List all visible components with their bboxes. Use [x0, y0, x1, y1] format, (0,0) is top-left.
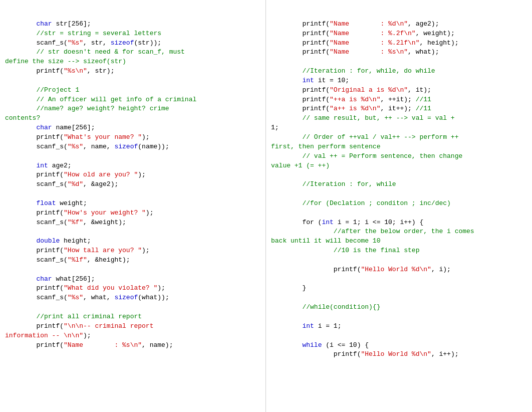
- r-kw-int2: int: [322, 219, 333, 226]
- str-10: "%lf": [68, 256, 87, 264]
- keyword-sizeof2: sizeof: [114, 143, 138, 150]
- str-8: "%f": [68, 219, 83, 226]
- r-str-6: "++a is %d\n": [330, 96, 380, 103]
- r-comment-5: // Order of ++val / val++ --> perform ++: [302, 133, 458, 141]
- keyword-sizeof3: sizeof: [114, 294, 138, 301]
- str-14: "Name : %s\n": [64, 341, 142, 349]
- r-comment-10: //for (Declation ; conditon ; inc/dec): [302, 199, 450, 207]
- r-str-5: "Original a is %d\n": [330, 86, 408, 94]
- r-comment-12: back until it will become 10: [271, 237, 380, 245]
- r-str-8: "Hello World %d\n": [361, 266, 431, 273]
- str-9: "How tall are you? ": [64, 247, 142, 254]
- r-comment-7: // val ++ = Perform sentence, then chang…: [302, 152, 462, 160]
- comment-7: contents?: [5, 114, 40, 122]
- str-5: "How old are you? ": [64, 171, 138, 178]
- comment-8: //print all criminal report: [36, 313, 142, 320]
- left-code-panel: char str[256]; //str = string = several …: [0, 0, 266, 412]
- str-2: "%s\n": [64, 67, 87, 75]
- r-kw-while: while: [302, 341, 322, 349]
- str-6: "%d": [68, 180, 83, 188]
- keyword-char: char: [36, 20, 52, 28]
- comment-5: // An officer will get info of a crimina…: [36, 96, 196, 103]
- r-str-2: "Name : %.2f\n": [330, 30, 416, 37]
- str-4: "%s": [68, 143, 83, 150]
- keyword-sizeof: sizeof: [111, 39, 134, 47]
- str-1: "%s": [68, 39, 83, 47]
- str-7: "How's your weight? ": [64, 209, 146, 217]
- keyword-float: float: [36, 199, 56, 207]
- right-code-panel: printf("Name : %d\n", age2); printf("Nam…: [266, 0, 532, 412]
- r-str-1: "Name : %d\n": [330, 20, 408, 28]
- r-comment-6: first, then perform sentence: [271, 143, 380, 150]
- str-13b: information -- \n\n": [5, 332, 83, 339]
- right-code-content: printf("Name : %d\n", age2); printf("Nam…: [271, 20, 527, 359]
- keyword-char2: char: [36, 124, 52, 131]
- r-comment-2: //11: [416, 96, 431, 103]
- keyword-double: double: [36, 237, 60, 245]
- str-11: "What did you violate? ": [64, 284, 157, 292]
- r-comment-8: value +1 (= ++): [271, 162, 330, 169]
- r-str-7: "a++ is %d\n": [330, 105, 380, 112]
- comment-2: // str doesn't need & for scan_f, must: [36, 48, 184, 56]
- str-12: "%s": [68, 294, 83, 301]
- r-comment-11: //after the below order, the i comes: [334, 228, 474, 235]
- r-str-3: "Name : %.2lf\n": [330, 39, 419, 47]
- r-comment-9: //Iteration : for, while: [302, 180, 396, 188]
- r-comment-3: //11: [416, 105, 431, 112]
- comment-3: define the size --> sizeof(str): [5, 58, 126, 65]
- keyword-int: int: [36, 162, 48, 169]
- r-comment-13: //10 is the final step: [334, 247, 420, 254]
- left-code-content: char str[256]; //str = string = several …: [5, 20, 260, 350]
- str-13: "\n\n-- criminal report: [64, 322, 153, 330]
- r-comment-14: //while(condition){}: [302, 303, 380, 311]
- r-kw-int: int: [302, 77, 314, 84]
- r-str-4: "Name : %s\n": [330, 48, 408, 56]
- r-comment-1: //Iteration : for, while, do while: [302, 67, 435, 75]
- comment-1: //str = string = several letters: [36, 30, 161, 37]
- r-kw-int3: int: [302, 322, 314, 330]
- keyword-char3: char: [36, 275, 52, 283]
- comment-4: //Project 1: [36, 86, 79, 94]
- r-comment-4: // same result, but, ++ --> val = val +: [302, 114, 454, 122]
- comment-6: //name? age? weight? height? crime: [36, 105, 169, 112]
- r-str-9: "Hello World %d\n": [361, 350, 431, 358]
- str-3: "What's your name? ": [64, 133, 142, 141]
